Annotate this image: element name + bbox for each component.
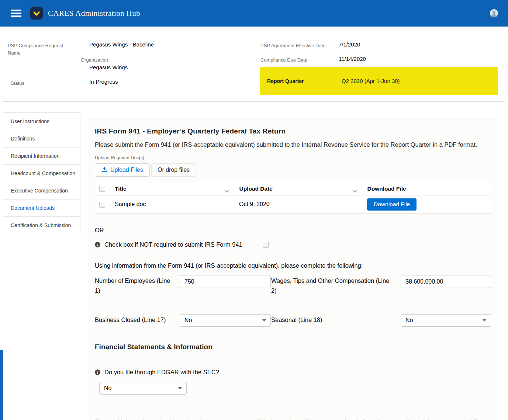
report-quarter-label: Report Quarter <box>267 78 342 84</box>
header-checkbox-cell <box>95 182 110 195</box>
app-header: CARES Administration Hub <box>0 0 508 27</box>
user-avatar[interactable] <box>490 9 498 18</box>
or-separator: OR <box>95 227 491 234</box>
request-name-value: Pegasus Wings - Baseline <box>89 41 154 48</box>
left-edge-accent <box>0 350 3 420</box>
table-row: Sample doc Oct 9, 2020 Download File <box>95 195 491 214</box>
column-header-upload-date[interactable]: Upload Date <box>235 182 363 195</box>
dropdown-arrow-icon <box>178 387 182 389</box>
section-nav: User Instructions Definitions Recipient … <box>3 112 80 234</box>
business-closed-label: Business Closed (Line 17) <box>95 314 180 325</box>
status-label: Status <box>11 80 24 87</box>
status-value: In-Progress <box>89 79 118 85</box>
sidebar-item-executive-compensation[interactable]: Executive Compensation <box>3 182 80 199</box>
upload-icon <box>101 167 107 174</box>
app-logo-icon <box>30 7 43 20</box>
upload-files-label: Upload Files <box>110 167 143 173</box>
wages-label: Wages, Tips and Other Compensation (Line… <box>271 275 401 296</box>
form941-instructions: Using information from the Form 941 (or … <box>95 262 491 269</box>
uploaded-docs-table: Title Upload Date Download <box>95 182 491 214</box>
dropdown-arrow-icon <box>483 319 486 322</box>
report-quarter-highlight: Report Quarter Q2 2020 (Apr 1-Jun 30) <box>260 67 498 95</box>
upload-files-button[interactable]: Upload Files <box>95 163 150 177</box>
column-header-download-file: Download File <box>363 182 491 195</box>
upload-controls: Upload Files Or drop files <box>95 163 491 177</box>
request-name-label: PSP Compliance Request Name <box>8 42 73 56</box>
not-required-row: i Check box if NOT required to submit IR… <box>95 241 491 248</box>
sidebar-item-certification-submission[interactable]: Certification & Submission <box>3 216 80 234</box>
form941-description: Please submit the Form 941 (or IRS-accep… <box>95 139 491 150</box>
sidebar-item-headcount-compensation[interactable]: Headcount & Compensation <box>3 164 80 182</box>
dropdown-arrow-icon <box>262 319 266 322</box>
edgar-question: Do you file through EDGAR with the SEC? <box>104 369 219 376</box>
compliance-summary-card: PSP Compliance Request Name Pegasus Wing… <box>3 32 505 102</box>
organization-label: Organization <box>81 56 108 64</box>
not-required-checkbox[interactable] <box>263 242 269 248</box>
doc-action-cell: Download File <box>363 195 491 214</box>
drop-files-zone[interactable]: Or drop files <box>151 163 196 177</box>
doc-date-cell: Oct 9, 2020 <box>235 195 363 214</box>
edgar-question-row: i Do you file through EDGAR with the SEC… <box>95 369 491 376</box>
form941-fields: Number of Employees (Line 1) Wages, Tips… <box>95 275 491 327</box>
sidebar-item-user-instructions[interactable]: User Instructions <box>3 112 80 130</box>
report-quarter-value: Q2 2020 (Apr 1-Jun 30) <box>342 78 400 84</box>
page: CARES Administration Hub PSP Compliance … <box>0 0 508 420</box>
document-uploads-panel: IRS Form 941 - Employer’s Quarterly Fede… <box>87 118 497 420</box>
financial-section-title: Financial Statements & Information <box>95 343 491 351</box>
seasonal-label: Seasonal (Line 18) <box>271 314 401 325</box>
select-all-checkbox[interactable] <box>99 186 105 192</box>
organization-value: Pegasus Wings <box>89 64 128 70</box>
upload-required-label: Upload Required Doc(s) <box>95 155 491 160</box>
due-date-label: Compliance Due Date <box>260 56 307 64</box>
table-header-row: Title Upload Date Download <box>95 182 491 195</box>
employees-label: Number of Employees (Line 1) <box>95 275 180 296</box>
form941-title: IRS Form 941 - Employer’s Quarterly Fede… <box>95 127 491 135</box>
doc-title-cell: Sample doc <box>110 195 235 214</box>
business-closed-select[interactable]: No <box>180 314 271 327</box>
effective-date-value: 7/1/2020 <box>339 41 360 48</box>
menu-icon[interactable] <box>11 10 21 17</box>
sidebar-item-recipient-information[interactable]: Recipient Information <box>3 147 80 165</box>
chevron-down-icon[interactable] <box>353 188 357 194</box>
financial-upload-note: Financial information upload includes: 1… <box>95 417 491 420</box>
row-checkbox[interactable] <box>99 202 105 208</box>
column-header-title[interactable]: Title <box>110 182 235 195</box>
not-required-label: Check box if NOT required to submit IRS … <box>104 241 242 248</box>
seasonal-select[interactable]: No <box>401 314 491 327</box>
edgar-select[interactable]: No <box>99 382 187 395</box>
due-date-value: 11/14/2020 <box>339 56 366 62</box>
app-title: CARES Administration Hub <box>48 9 140 18</box>
info-icon[interactable]: i <box>95 369 100 375</box>
row-checkbox-cell <box>95 195 110 214</box>
wages-input[interactable] <box>401 275 491 288</box>
content-layout: User Instructions Definitions Recipient … <box>3 112 508 420</box>
chevron-down-icon[interactable] <box>225 188 229 194</box>
info-icon[interactable]: i <box>95 242 100 247</box>
effective-date-label: PSP Agreement Effective Date <box>260 42 326 49</box>
download-file-button[interactable]: Download File <box>367 198 417 211</box>
sidebar-item-definitions[interactable]: Definitions <box>3 130 80 147</box>
employees-input[interactable] <box>180 275 271 288</box>
sidebar-item-document-uploads[interactable]: Document Uploads <box>3 199 80 217</box>
